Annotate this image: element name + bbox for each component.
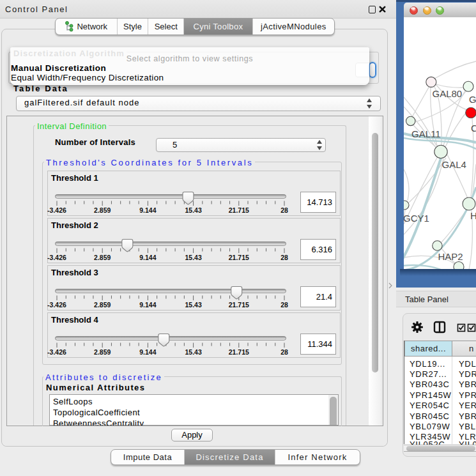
svg-text:2.859: 2.859 <box>94 348 111 356</box>
svg-text:GAL80: GAL80 <box>433 88 463 99</box>
svg-text:15.43: 15.43 <box>185 301 201 309</box>
svg-text:28: 28 <box>280 206 288 214</box>
svg-text:H: H <box>470 210 476 221</box>
svg-text:28: 28 <box>280 254 288 261</box>
svg-text:-3.426: -3.426 <box>47 301 66 309</box>
svg-text:9.144: 9.144 <box>139 348 156 356</box>
svg-text:21.715: 21.715 <box>229 348 249 356</box>
svg-text:28: 28 <box>280 301 288 309</box>
svg-text:15.43: 15.43 <box>185 348 201 356</box>
svg-text:21.715: 21.715 <box>229 254 249 261</box>
svg-text:2.859: 2.859 <box>94 301 111 309</box>
svg-text:-3.426: -3.426 <box>47 348 66 356</box>
svg-text:C: C <box>471 123 476 134</box>
svg-text:-3.426: -3.426 <box>47 206 66 214</box>
svg-text:GA: GA <box>469 94 476 105</box>
svg-text:2.859: 2.859 <box>94 206 111 214</box>
svg-text:-3.426: -3.426 <box>47 254 66 261</box>
svg-text:9.144: 9.144 <box>139 301 156 309</box>
svg-text:9.144: 9.144 <box>139 206 156 214</box>
svg-text:HAP2: HAP2 <box>438 251 463 262</box>
svg-text:15.43: 15.43 <box>185 254 201 261</box>
svg-text:9.144: 9.144 <box>139 254 156 261</box>
svg-text:21.715: 21.715 <box>229 301 249 309</box>
svg-text:21.715: 21.715 <box>229 206 249 214</box>
svg-text:GAL4: GAL4 <box>442 159 466 170</box>
svg-text:2.859: 2.859 <box>94 254 111 261</box>
svg-text:GCY1: GCY1 <box>404 213 429 224</box>
svg-text:15.43: 15.43 <box>185 206 201 214</box>
svg-text:GAL11: GAL11 <box>411 128 441 139</box>
svg-text:28: 28 <box>280 348 288 356</box>
